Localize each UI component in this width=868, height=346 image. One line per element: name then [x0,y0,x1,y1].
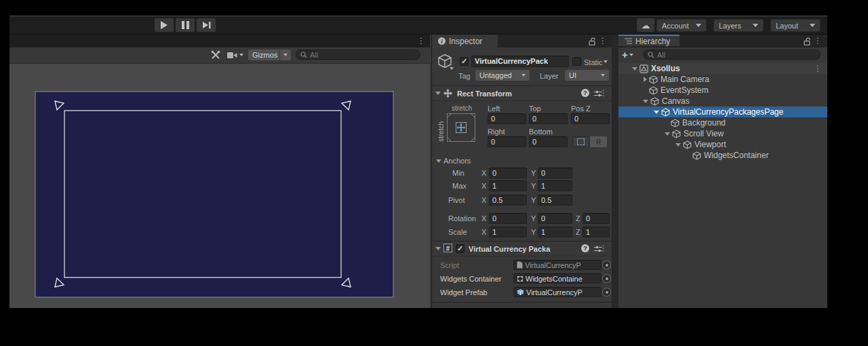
gizmos-caret-button[interactable] [280,50,291,60]
vcp-component-header[interactable]: # ✓ Virtual Currency Packa ? ⋮ [432,242,612,256]
foldout-icon[interactable] [435,92,441,95]
scene-camera-button[interactable] [225,50,245,60]
x-label: X [481,182,486,190]
script-object-field[interactable]: VirtualCurrencyP [513,260,601,270]
right-input[interactable]: 0 [488,136,526,147]
help-icon[interactable]: ? [581,244,589,252]
top-input[interactable]: 0 [529,113,568,124]
active-checkbox[interactable]: ✓ [460,57,469,66]
anchor-preset-button[interactable] [447,113,475,142]
create-button[interactable]: + [622,49,639,60]
pivot-x-input[interactable]: 0.5 [489,195,527,206]
left-input[interactable]: 0 [488,113,526,124]
bottom-input[interactable]: 0 [529,136,568,147]
pause-button[interactable] [176,18,195,32]
tree-item-widgetscontainer[interactable]: WidgetsContainer [618,150,827,161]
foldout-icon[interactable] [435,247,441,250]
foldout-icon[interactable] [643,100,648,103]
cloud-button[interactable]: ☁ [637,18,654,32]
rect-transform-ref-icon [517,275,524,282]
layout-dropdown[interactable]: Layout [770,19,821,32]
scene-menu-icon[interactable]: ⋮ [814,62,822,75]
tree-item-scroll-view[interactable]: Scroll View [618,128,827,139]
tools-button[interactable] [209,50,222,60]
y-label: Y [531,214,536,223]
lock-icon[interactable] [589,37,596,45]
widgets-container-value: WidgetsContaine [526,274,583,284]
chevron-down-icon [283,54,288,56]
tree-item-label: Scroll View [684,129,724,138]
gameobject-name-field[interactable]: VirtualCurrencyPack [471,56,569,67]
gizmos-dropdown[interactable]: Gizmos [248,50,279,60]
hierarchy-menu-icon[interactable]: ⋮ [814,35,822,47]
rotation-z-input[interactable]: 0 [583,213,610,224]
scale-y-input[interactable]: 1 [538,227,572,237]
step-button[interactable] [197,18,216,32]
object-picker-icon[interactable] [602,274,611,283]
rotation-x-input[interactable]: 0 [489,213,527,224]
tree-item-background[interactable]: Background [618,117,827,128]
tree-item-canvas[interactable]: Canvas [618,96,827,107]
anchor-min-y-input[interactable]: 0 [538,168,572,178]
y-label: Y [531,169,536,177]
tree-item-main-camera[interactable]: Main Camera [618,74,827,85]
widgets-container-object-field[interactable]: WidgetsContaine [513,273,601,284]
foldout-icon[interactable] [654,111,659,114]
component-menu-icon[interactable]: ⋮ [599,87,608,100]
tab-inspector[interactable]: i Inspector [432,35,498,47]
step-icon [202,21,211,29]
tag-dropdown[interactable]: Untagged [475,70,530,81]
anchor-max-y-input[interactable]: 1 [538,180,572,191]
foldout-icon[interactable] [632,67,637,71]
help-icon[interactable]: ? [581,89,589,97]
blueprint-mode-button[interactable] [572,136,589,147]
static-checkbox[interactable] [572,57,581,66]
raw-edit-mode-button[interactable]: R [590,136,607,147]
account-dropdown[interactable]: Account [656,19,707,32]
anchor-preset-icon [448,114,475,141]
rotation-y-input[interactable]: 0 [538,213,572,224]
scene-viewport[interactable] [9,63,430,308]
play-button[interactable] [155,18,174,32]
lock-icon[interactable] [804,37,811,45]
component-enabled-checkbox[interactable]: ✓ [456,244,465,253]
tree-item-eventsystem[interactable]: EventSystem [618,85,827,96]
scene-search-input[interactable]: All [296,50,420,60]
inspector-scrollbar[interactable] [612,35,618,308]
posz-input[interactable]: 0 [571,113,610,124]
anchor-max-x-input[interactable]: 1 [489,180,527,191]
pivot-y-input[interactable]: 0.5 [538,195,572,206]
scale-x-input[interactable]: 1 [489,227,527,237]
tree-item-label: Viewport [694,140,726,149]
tab-hierarchy[interactable]: Hierarchy [618,35,679,46]
tree-item-viewport[interactable]: Viewport [618,139,827,150]
static-caret[interactable] [604,60,608,63]
x-label: X [481,169,486,177]
script-row-label: Script [440,261,459,269]
scene-row-xsollus[interactable]: Xsollus ⋮ [618,63,827,74]
scene-toolbar: Gizmos All [9,47,430,64]
layer-dropdown[interactable]: UI [565,70,609,81]
layers-dropdown[interactable]: Layers [713,19,764,32]
foldout-collapsed-icon[interactable] [644,77,647,82]
widget-prefab-object-field[interactable]: VirtualCurrencyP [513,287,601,297]
scale-z-input[interactable]: 1 [583,227,610,237]
x-label: X [481,196,486,204]
pause-icon [182,21,189,29]
foldout-icon[interactable] [665,132,670,136]
tree-item-virtualcurrencypackagespage[interactable]: VirtualCurrencyPackagesPage [618,107,827,117]
max-label: Max [452,182,467,190]
object-picker-icon[interactable] [602,261,611,269]
hierarchy-search-input[interactable]: All [643,50,821,60]
gameobject-icon-caret[interactable] [450,67,454,70]
scene-menu-icon[interactable]: ⋮ [417,35,425,47]
anchors-foldout-icon[interactable] [436,159,441,163]
anchor-min-x-input[interactable]: 0 [489,168,527,178]
inspector-menu-icon[interactable]: ⋮ [599,35,607,47]
gameobject-cube-icon [683,140,692,149]
gameobject-cube-icon[interactable] [437,54,452,69]
component-menu-icon[interactable]: ⋮ [599,242,608,255]
foldout-icon[interactable] [675,143,681,147]
object-picker-icon[interactable] [602,288,611,296]
rect-transform-header[interactable]: Rect Transform ? ⋮ [432,86,612,101]
